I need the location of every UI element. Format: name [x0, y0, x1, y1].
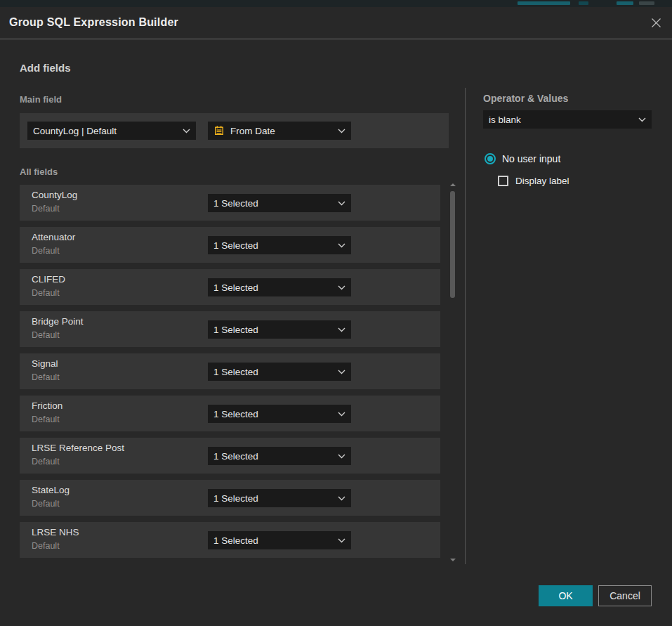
chevron-down-icon	[338, 285, 345, 290]
field-row[interactable]: Friction Default 1 Selected	[20, 396, 440, 431]
no-user-input-label: No user input	[502, 153, 560, 164]
field-row[interactable]: LRSE Reference Post Default 1 Selected	[20, 438, 440, 474]
layer-select[interactable]: CountyLog | Default	[27, 122, 196, 140]
operator-select[interactable]: is blank	[483, 110, 652, 129]
calendar-icon	[213, 125, 225, 136]
field-source-label: Default	[32, 372, 60, 382]
background-app-fragment	[617, 1, 633, 5]
close-button[interactable]	[647, 12, 665, 33]
field-selection-value: 1 Selected	[213, 325, 334, 335]
field-selection-value: 1 Selected	[213, 367, 334, 377]
sql-expression-builder-dialog: Group SQL Expression Builder Add fields …	[0, 7, 672, 626]
chevron-down-icon	[338, 412, 345, 417]
field-source-label: Default	[32, 457, 60, 467]
field-selection-value: 1 Selected	[213, 535, 334, 546]
no-user-input-radio[interactable]: No user input	[485, 152, 560, 166]
field-name: CLIFED	[32, 274, 65, 285]
chevron-down-icon	[183, 129, 190, 133]
field-selection-dropdown[interactable]: 1 Selected	[208, 489, 351, 507]
field-selection-dropdown[interactable]: 1 Selected	[208, 447, 351, 465]
field-row[interactable]: StateLog Default 1 Selected	[20, 480, 440, 516]
ok-button[interactable]: OK	[539, 585, 593, 606]
background-app-fragment	[518, 1, 570, 5]
chevron-down-icon	[338, 129, 345, 133]
field-selection-dropdown[interactable]: 1 Selected	[208, 405, 351, 423]
scroll-up-arrow[interactable]	[449, 183, 456, 187]
display-label-checkbox[interactable]: Display label	[498, 174, 569, 187]
field-name: StateLog	[32, 485, 70, 495]
chevron-down-icon	[338, 538, 345, 543]
field-selection-value: 1 Selected	[213, 409, 334, 419]
field-row[interactable]: Bridge Point Default 1 Selected	[20, 311, 440, 347]
field-source-label: Default	[32, 330, 60, 340]
field-row[interactable]: CLIFED Default 1 Selected	[20, 269, 440, 305]
display-label-label: Display label	[515, 176, 569, 186]
field-name: LRSE NHS	[32, 527, 79, 537]
layer-select-value: CountyLog | Default	[33, 126, 178, 136]
field-source-label: Default	[32, 204, 60, 214]
main-field-select[interactable]: From Date	[208, 122, 351, 140]
checkbox-unchecked-icon	[498, 176, 508, 186]
chevron-down-icon	[338, 496, 345, 501]
main-field-label: Main field	[20, 94, 62, 105]
add-fields-heading: Add fields	[20, 62, 71, 74]
scroll-down-arrow[interactable]	[449, 558, 456, 562]
background-app-fragment	[639, 1, 654, 5]
main-field-panel: CountyLog | Default From Date	[20, 113, 449, 148]
field-source-label: Default	[32, 541, 60, 551]
radio-selected-icon	[485, 153, 496, 164]
field-row[interactable]: Attenuator Default 1 Selected	[20, 227, 440, 263]
close-icon	[651, 18, 661, 28]
field-selection-dropdown[interactable]: 1 Selected	[208, 236, 351, 254]
chevron-down-icon	[338, 327, 345, 332]
field-source-label: Default	[32, 288, 60, 298]
cancel-button[interactable]: Cancel	[598, 585, 652, 606]
all-fields-list: CountyLog Default 1 Selected Attenuator …	[20, 185, 440, 564]
field-row[interactable]: Signal Default 1 Selected	[20, 353, 440, 389]
field-name: Attenuator	[32, 232, 75, 242]
field-row[interactable]: LRSE NHS Default 1 Selected	[20, 522, 440, 558]
field-name: Bridge Point	[32, 316, 84, 327]
chevron-down-icon	[638, 117, 646, 122]
field-selection-dropdown[interactable]: 1 Selected	[208, 320, 351, 339]
field-selection-dropdown[interactable]: 1 Selected	[208, 531, 351, 549]
chevron-down-icon	[338, 243, 345, 248]
chevron-down-icon	[338, 370, 345, 374]
field-selection-value: 1 Selected	[213, 451, 334, 462]
dialog-title: Group SQL Expression Builder	[9, 16, 178, 29]
chevron-down-icon	[338, 201, 345, 206]
field-selection-dropdown[interactable]: 1 Selected	[208, 363, 351, 381]
field-row[interactable]: CountyLog Default 1 Selected	[20, 185, 440, 221]
field-name: Friction	[32, 400, 62, 411]
main-field-select-value: From Date	[230, 126, 334, 136]
field-selection-value: 1 Selected	[213, 282, 334, 293]
field-source-label: Default	[32, 499, 60, 509]
field-source-label: Default	[32, 246, 60, 256]
field-selection-dropdown[interactable]: 1 Selected	[208, 194, 351, 212]
field-name: CountyLog	[32, 190, 77, 200]
all-fields-label: All fields	[20, 167, 58, 177]
scrollbar-thumb[interactable]	[450, 191, 455, 298]
field-selection-value: 1 Selected	[213, 240, 334, 251]
field-name: Signal	[32, 358, 58, 369]
panel-divider	[465, 88, 466, 564]
field-selection-dropdown[interactable]: 1 Selected	[208, 278, 351, 296]
operator-select-value: is blank	[489, 115, 634, 125]
operator-values-heading: Operator & Values	[483, 93, 568, 104]
field-name: LRSE Reference Post	[32, 443, 124, 453]
dialog-header: Group SQL Expression Builder	[0, 7, 672, 39]
field-selection-value: 1 Selected	[213, 198, 334, 209]
background-app-strip	[0, 0, 672, 7]
field-source-label: Default	[32, 415, 60, 424]
chevron-down-icon	[338, 454, 345, 459]
field-selection-value: 1 Selected	[213, 493, 334, 504]
background-app-fragment	[579, 1, 588, 5]
